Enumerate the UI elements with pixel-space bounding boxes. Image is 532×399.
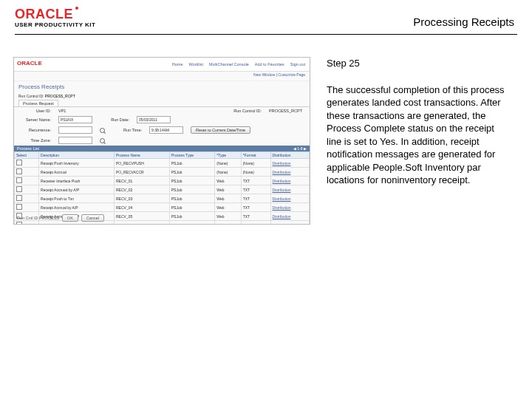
ss-run-id-label: Run Control ID: — [18, 94, 44, 98]
table-cell[interactable]: Distribution — [270, 212, 310, 221]
ss-recur-input[interactable] — [58, 126, 92, 134]
table-cell: (None) — [241, 168, 270, 177]
ss-nav-signout[interactable]: Sign out — [290, 62, 305, 66]
oracle-dot-icon — [75, 7, 78, 10]
page-header: ORACLE USER PRODUCTIVITY KIT Processing … — [0, 0, 532, 33]
col-desc: Description — [39, 152, 115, 159]
ss-grid-title: Process List — [17, 146, 39, 151]
app-screenshot: ORACLE Home Worklist MultiChannel Consol… — [13, 57, 310, 225]
ss-runtime-input[interactable]: 9:38:14AM — [149, 126, 183, 134]
step-body: The successful completion of this proces… — [327, 83, 511, 187]
cancel-button[interactable]: Cancel — [81, 214, 104, 222]
content-row: ORACLE Home Worklist MultiChannel Consol… — [0, 35, 532, 225]
row-checkbox[interactable] — [16, 222, 22, 225]
lookup-icon[interactable] — [100, 138, 105, 143]
table-cell: PSJob — [169, 168, 215, 177]
ss-reset-button[interactable]: Reset to Current Date/Time — [191, 126, 250, 134]
table-cell[interactable]: Distribution — [270, 185, 310, 194]
table-cell: PO_RECVPUSH — [114, 159, 169, 168]
table-cell[interactable]: Distribution — [270, 168, 310, 177]
table-cell: TXT — [241, 194, 270, 203]
table-cell: Web — [215, 221, 241, 225]
row-checkbox[interactable] — [16, 195, 22, 201]
table-cell: Receipt Accrued by A/P — [39, 185, 115, 194]
ss-recur-label: Recurrence: — [21, 128, 51, 132]
row-checkbox[interactable] — [16, 204, 22, 210]
table-row: Receipt Accrued by A/PRECV_02PSJobWebTXT… — [15, 185, 310, 194]
ss-runtime-label: Run Time: — [112, 128, 142, 132]
col-format: *Format — [241, 152, 270, 159]
ss-server-label: Server Name: — [21, 117, 51, 122]
table-cell: TXT — [241, 177, 270, 185]
ss-nav-worklist[interactable]: Worklist — [188, 62, 202, 66]
table-row: Receipt Push InventoryPO_RECVPUSHPSJob(N… — [15, 159, 310, 168]
col-dist: Distribution — [270, 152, 310, 159]
ss-nav-home[interactable]: Home — [172, 62, 183, 66]
table-cell: RECV_04 — [114, 203, 169, 212]
ss-topnav: Home Worklist MultiChannel Console Add t… — [14, 58, 310, 72]
ss-run-id-value: PROCESS_RCPT — [45, 94, 75, 98]
table-cell: PSJob — [169, 194, 215, 203]
ss-tab-process-request[interactable]: Process Request — [18, 100, 58, 106]
table-cell: Receipt Push to Txn — [39, 194, 115, 203]
table-cell: RECV_06 — [114, 221, 169, 225]
ss-grid-tools[interactable]: ◀ 1-8 ▶ — [293, 146, 307, 151]
table-cell: Web — [215, 212, 241, 221]
table-cell: TXT — [241, 221, 270, 225]
instruction-column: Step 25 The successful completion of thi… — [327, 57, 511, 225]
ss-nav-fav[interactable]: Add to Favorites — [255, 62, 284, 66]
table-cell[interactable]: Distribution — [270, 221, 310, 225]
table-cell: RECV_05 — [114, 212, 169, 221]
ss-rundate-label: Run Date: — [100, 117, 129, 122]
table-cell[interactable]: Distribution — [270, 203, 310, 212]
table-cell: Receipt Push Inventory — [39, 159, 115, 168]
ss-oracle-logo: ORACLE — [17, 60, 42, 66]
row-checkbox[interactable] — [16, 160, 22, 166]
table-cell: Receipt Accrual — [39, 168, 115, 177]
oracle-logo: ORACLE — [15, 7, 95, 21]
ss-footer-text: Run Cntl ID PROCESS — [17, 216, 59, 220]
step-label: Step 25 — [327, 57, 511, 70]
ss-nav-mcc[interactable]: MultiChannel Console — [209, 62, 249, 66]
row-checkbox[interactable] — [16, 168, 22, 174]
ss-runctrl2-label: Run Control ID: — [232, 109, 262, 113]
table-cell: TXT — [241, 203, 270, 212]
table-row: Receipt Accrual by A/PRECV_04PSJobWebTXT… — [15, 203, 310, 212]
table-cell: PSJob — [169, 177, 215, 185]
table-row: Receiver Interface PushRECV_01PSJobWebTX… — [15, 177, 310, 185]
table-cell: PSJob — [169, 203, 215, 212]
table-cell: PO_RECVACCR — [114, 168, 169, 177]
table-row: Receipt AccrualPO_RECVACCRPSJob(None)(No… — [15, 168, 310, 177]
ss-server-input[interactable]: PSUNX — [58, 116, 92, 123]
table-cell[interactable]: Distribution — [270, 194, 310, 203]
ss-grid-header: Process List ◀ 1-8 ▶ — [14, 146, 310, 151]
table-cell: Web — [215, 194, 241, 203]
ss-user-value: VP1 — [58, 109, 66, 113]
ss-rundate-input[interactable]: 05/03/2011 — [137, 116, 171, 123]
table-cell: PSJob — [169, 221, 215, 225]
table-cell: RECV_01 — [114, 177, 169, 185]
table-cell[interactable]: Distribution — [270, 177, 310, 185]
ss-tz-input[interactable] — [58, 137, 92, 144]
table-cell: PSJob — [169, 185, 215, 194]
logo-subtitle: USER PRODUCTIVITY KIT — [15, 22, 95, 28]
ss-footer: Run Cntl ID PROCESS OK Cancel — [17, 214, 104, 222]
ss-tz-label: Time Zone: — [21, 138, 51, 143]
table-cell: PSJob — [169, 159, 215, 168]
table-cell: Receipt Accrual by A/P — [39, 203, 115, 212]
table-cell: PSJob — [169, 212, 215, 221]
table-cell[interactable]: Distribution — [270, 159, 310, 168]
col-type: *Type — [215, 152, 241, 159]
ss-user-label: User ID: — [21, 109, 51, 113]
table-cell: (None) — [241, 159, 270, 168]
col-select: Select — [15, 152, 39, 159]
row-checkbox[interactable] — [16, 177, 22, 183]
logo-block: ORACLE USER PRODUCTIVITY KIT — [15, 7, 95, 28]
col-pname: Process Name — [114, 152, 169, 159]
ok-button[interactable]: OK — [62, 214, 78, 222]
ss-subnav[interactable]: New Window | Customize Page — [14, 72, 310, 81]
col-ptype: Process Type — [169, 152, 215, 159]
lookup-icon[interactable] — [100, 128, 105, 133]
table-row: Receipt Push to TxnRECV_03PSJobWebTXTDis… — [15, 194, 310, 203]
row-checkbox[interactable] — [16, 186, 22, 192]
